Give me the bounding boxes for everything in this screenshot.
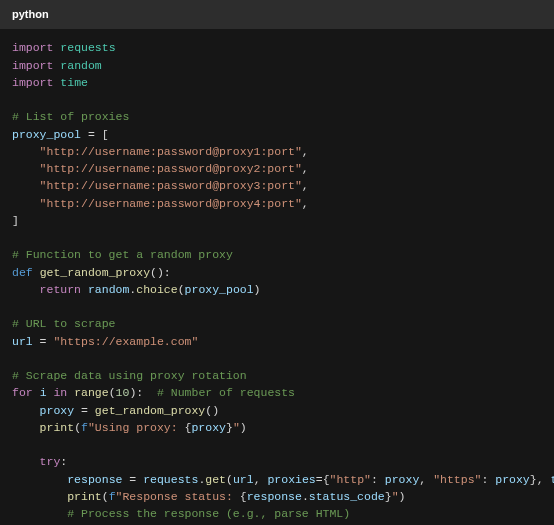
code-line: "http://username:password@proxy4:port",: [12, 195, 542, 212]
code-line: url = "https://example.com": [12, 333, 542, 350]
code-line: import time: [12, 74, 542, 91]
code-line: proxy_pool = [: [12, 126, 542, 143]
code-line: try:: [12, 453, 542, 470]
code-line: for i in range(10): # Number of requests: [12, 384, 542, 401]
code-line: "http://username:password@proxy1:port",: [12, 143, 542, 160]
code-line: "http://username:password@proxy2:port",: [12, 160, 542, 177]
code-line: "http://username:password@proxy3:port",: [12, 177, 542, 194]
code-line: return random.choice(proxy_pool): [12, 281, 542, 298]
code-line: print(f"Response status: {response.statu…: [12, 488, 542, 505]
code-line: [12, 91, 542, 108]
code-line: response = requests.get(url, proxies={"h…: [12, 471, 542, 488]
code-line: [12, 298, 542, 315]
code-header: python: [0, 0, 554, 29]
code-line: print(f"Using proxy: {proxy}"): [12, 419, 542, 436]
code-line: # Process the response (e.g., parse HTML…: [12, 505, 542, 522]
code-line: [12, 436, 542, 453]
code-line: # Scrape data using proxy rotation: [12, 367, 542, 384]
code-line: # URL to scrape: [12, 315, 542, 332]
code-line: proxy = get_random_proxy(): [12, 402, 542, 419]
code-line: # Function to get a random proxy: [12, 246, 542, 263]
code-line: # List of proxies: [12, 108, 542, 125]
code-line: import requests: [12, 39, 542, 56]
code-line: ]: [12, 212, 542, 229]
code-block: import requestsimport randomimport time …: [0, 29, 554, 525]
language-label: python: [12, 8, 49, 20]
code-line: import random: [12, 57, 542, 74]
code-line: [12, 350, 542, 367]
code-line: [12, 229, 542, 246]
code-line: def get_random_proxy():: [12, 264, 542, 281]
